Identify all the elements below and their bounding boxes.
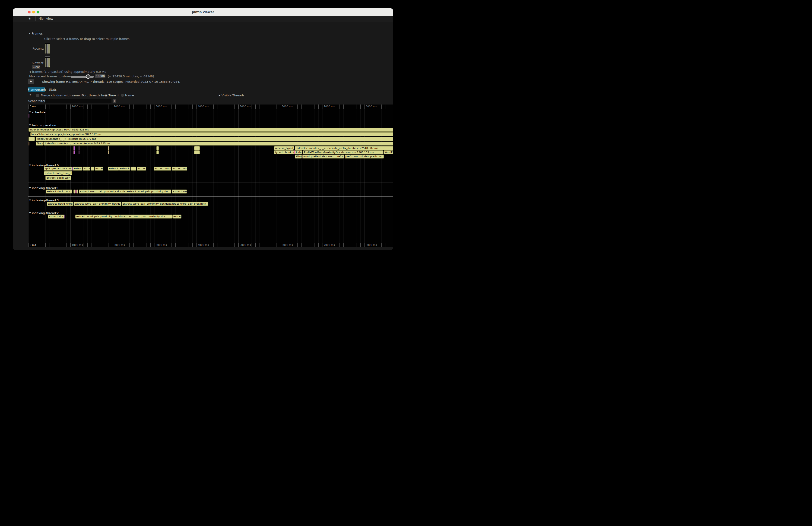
scope-filter-clear-button[interactable]: x — [113, 99, 116, 103]
slowest-frames-thumbnail[interactable] — [45, 57, 50, 68]
frame-status: Showing frame #2, 8957.4 ms, 7 threads, … — [42, 80, 180, 84]
thread-header-scheduler[interactable]: ▼scheduler — [29, 111, 48, 114]
scope-bar[interactable]: split_grenad_by_chun — [44, 166, 73, 171]
scope-bar[interactable]: extract_word_pair_proximity_docids::extr… — [75, 215, 172, 219]
scope-bar[interactable]: typed_chunk::w — [274, 150, 294, 154]
scope-bar[interactable] — [194, 150, 200, 154]
gridline — [137, 104, 138, 247]
scope-bar[interactable] — [74, 146, 75, 150]
scope-bar[interactable]: extract_wo — [172, 166, 187, 171]
scope-bar[interactable]: IndexDocuments<_, _>::execute 8656.677 m… — [36, 137, 393, 141]
scope-bar[interactable]: extract_docid_wor — [45, 176, 71, 180]
theme-toggle-icon[interactable]: ☀ — [28, 17, 31, 20]
gridline — [247, 104, 247, 247]
tab-flamegraph[interactable]: Flamegraph — [28, 87, 45, 92]
sort-radio-time[interactable] — [104, 94, 107, 97]
scope-bar[interactable] — [108, 146, 109, 150]
scope-bar[interactable] — [64, 215, 66, 219]
scope-bar[interactable]: extract_ — [108, 166, 119, 171]
scope-bar[interactable] — [78, 150, 79, 154]
thread-separator — [28, 182, 393, 183]
scope-bar[interactable] — [91, 166, 94, 171]
scope-bar[interactable]: extract_wo — [172, 190, 187, 193]
scope-bar[interactable]: IndexDocuments<_, _>::execute_prefix_dat… — [295, 146, 393, 150]
scope-bar[interactable]: extract — [137, 166, 146, 171]
help-button[interactable]: ? — [29, 93, 31, 97]
merge-checkbox[interactable] — [36, 94, 39, 97]
sort-time-label[interactable]: Time — [108, 93, 116, 97]
window-title: puffin viewer — [13, 10, 393, 14]
scope-bar[interactable]: extrac — [172, 215, 182, 219]
ruler-tick — [70, 243, 71, 247]
ruler-tick — [133, 104, 134, 109]
scope-bar[interactable] — [108, 150, 109, 154]
scope-bar[interactable]: extract_word_pair_proximity_docids::extr… — [122, 202, 208, 206]
flamegraph-canvas[interactable]: 0 ms0 ms1000 ms1000 ms2000 ms2000 ms3000… — [28, 104, 393, 247]
scope-bar[interactable] — [194, 146, 200, 150]
scope-bar[interactable] — [29, 142, 29, 146]
recent-frames-thumbnail[interactable] — [45, 43, 50, 54]
scope-filter-input[interactable] — [45, 99, 112, 103]
scope-bar[interactable]: prefix_word::index_prefix_wo — [345, 155, 384, 159]
scope-bar[interactable]: extra — [83, 166, 90, 171]
scope-bar[interactable]: extract::data_from_ob — [44, 171, 73, 175]
sort-radio-name[interactable] — [121, 94, 124, 97]
max-frames-note: (≈ 23428.5 minutes, ≈ 68 MB) — [108, 75, 154, 78]
scope-bar[interactable]: extract — [73, 166, 82, 171]
ruler-tick — [91, 104, 92, 109]
scope-bar[interactable] — [156, 146, 159, 150]
scope-bar[interactable] — [29, 114, 29, 118]
scope-bar[interactable]: extract_word_pair_proximity_docids::extr… — [79, 190, 171, 193]
separator — [13, 104, 393, 104]
thread-header-indexing-thread:2[interactable]: ▼indexing-thread:2 — [29, 211, 60, 215]
thread-header-indexing-thread:3[interactable]: ▼indexing-thread:3 — [29, 199, 60, 202]
scope-bar[interactable] — [74, 150, 75, 154]
scope-bar[interactable]: Word — [295, 155, 302, 159]
frames-collapse-header[interactable]: ▼Frames — [29, 32, 43, 35]
scope-bar[interactable] — [131, 166, 136, 171]
slider-knob[interactable] — [86, 74, 90, 79]
scope-bar[interactable]: extract_word — [154, 166, 171, 171]
scope-bar[interactable] — [73, 190, 75, 193]
scope-bar[interactable]: Trans — [36, 142, 43, 146]
scope-bar[interactable]: extract_doc — [48, 215, 64, 219]
status-text: Connected to 127.0.0.1:8585 — [28, 250, 73, 250]
thread-header-indexing-thread:1[interactable]: ▼indexing-thread:1 — [29, 186, 60, 190]
scope-bar[interactable] — [75, 190, 76, 193]
thread-name: indexing-thread:2 — [32, 211, 59, 215]
scope-bar[interactable]: extract_docid_word — [47, 202, 73, 206]
app-window: puffin viewer ☀ File View ▼Frames Click … — [13, 8, 393, 250]
thread-header-batch-operation[interactable]: ▼batch-operation — [29, 123, 57, 127]
tab-stats[interactable]: Stats — [48, 87, 57, 92]
scope-bar[interactable]: index — [295, 150, 302, 154]
scope-bar[interactable]: WordPr — [383, 150, 393, 154]
ruler-tick-label: 1000 ms — [71, 244, 83, 247]
scope-bar[interactable] — [77, 190, 78, 193]
ruler-tick — [197, 243, 197, 247]
visible-threads-toggle[interactable]: ▶Visible Threads — [219, 93, 245, 97]
scope-bar[interactable]: extrac — [95, 166, 103, 171]
max-frames-value[interactable]: 18000 — [95, 74, 105, 78]
scope-bar[interactable]: extract_ — [119, 166, 130, 171]
scope-bar[interactable]: PrefixWordPairsProximityDocids::execute … — [303, 150, 383, 154]
ruler-tick — [49, 243, 50, 247]
merge-label[interactable]: Merge children with same ID — [41, 93, 84, 97]
play-button[interactable]: ▶ — [28, 79, 34, 84]
ruler-tick-label: 7000 ms — [323, 244, 335, 247]
menu-item-file[interactable]: File — [39, 17, 44, 20]
scope-bar[interactable]: IndexScheduler>::apply_index_operation 8… — [30, 132, 393, 136]
sort-name-label[interactable]: Name — [125, 93, 134, 97]
scope-bar[interactable] — [29, 137, 35, 141]
scope-bar[interactable]: IndexDocuments<_, _>::execute_raw 8459.1… — [44, 142, 393, 146]
scope-bar[interactable]: word_prefix::index_word_prefix_ — [302, 155, 344, 159]
ruler-tick-label: 2000 ms — [113, 105, 125, 108]
scope-bar[interactable] — [78, 146, 79, 150]
ruler-tick — [155, 243, 155, 247]
scope-bar[interactable]: extract_docid_wor — [46, 190, 72, 193]
scope-bar[interactable]: receive_typed_ — [274, 146, 294, 150]
scope-bar[interactable]: extract_word_pair_proximity_docids — [74, 202, 121, 206]
menu-item-view[interactable]: View — [46, 17, 53, 20]
scope-bar[interactable] — [156, 150, 159, 154]
clear-button[interactable]: Clear — [32, 65, 40, 69]
scope-bar[interactable]: IndexScheduler>::process_batch 8953.821 … — [29, 128, 393, 132]
